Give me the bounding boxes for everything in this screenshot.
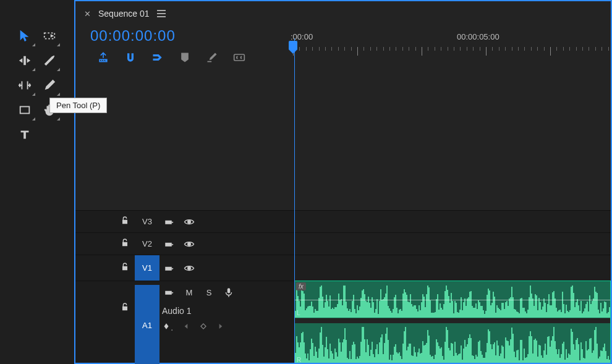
track-header-v1[interactable]: V1 (75, 255, 294, 281)
svg-rect-2 (234, 54, 245, 61)
svg-rect-10 (227, 288, 231, 293)
channel-label-right: R (297, 357, 301, 363)
playhead[interactable] (289, 41, 297, 49)
playhead-line (294, 38, 295, 363)
tool-panel (0, 0, 74, 364)
pen-tool[interactable] (37, 73, 62, 98)
svg-rect-5 (165, 242, 172, 246)
sequence-tab[interactable]: Sequence 01 (98, 9, 150, 19)
svg-point-8 (187, 266, 191, 270)
sync-lock-icon[interactable] (159, 263, 179, 274)
mute-button[interactable]: M (179, 288, 199, 297)
settings-icon[interactable] (205, 51, 219, 64)
tooltip: Pen Tool (P) (49, 98, 107, 113)
source-patch-v3[interactable]: V3 (135, 211, 159, 232)
sync-lock-icon[interactable] (159, 239, 179, 250)
svg-rect-1 (20, 107, 30, 114)
timeline-surface[interactable]: fx L R (294, 75, 611, 363)
timeline-panel: ✕ Sequence 01 00:00:00:00 (74, 0, 612, 364)
selection-tool[interactable] (12, 23, 37, 48)
snap-icon[interactable] (124, 51, 137, 64)
next-keyframe-icon[interactable] (216, 322, 225, 333)
time-ruler[interactable]: :00:00 00:00:05:00 (293, 26, 611, 75)
captions-icon[interactable] (232, 51, 246, 64)
insert-overwrite-icon[interactable] (96, 51, 110, 64)
source-patch-a1[interactable]: A1 (135, 285, 159, 364)
track-name-label[interactable]: Audio 1 (159, 306, 239, 316)
linked-selection-icon[interactable] (151, 51, 164, 64)
panel-tab-bar: ✕ Sequence 01 (75, 1, 611, 26)
close-icon[interactable]: ✕ (84, 9, 91, 19)
sync-lock-icon[interactable] (159, 287, 179, 298)
lock-icon[interactable] (120, 262, 130, 274)
track-select-tool[interactable] (37, 23, 62, 48)
svg-rect-9 (165, 291, 172, 295)
fx-badge[interactable]: fx (296, 282, 306, 290)
add-keyframe-icon[interactable] (199, 322, 208, 333)
ripple-edit-tool[interactable] (12, 48, 37, 73)
audio-clip[interactable]: fx L R (294, 281, 611, 363)
timeline-header: 00:00:00:00 (75, 26, 611, 75)
svg-point-4 (187, 220, 191, 224)
keyframe-mode-icon[interactable]: . (162, 322, 173, 333)
razor-tool[interactable] (37, 48, 62, 73)
marker-icon[interactable] (178, 51, 192, 64)
playhead-timecode[interactable]: 00:00:00:00 (90, 26, 293, 44)
lock-icon[interactable] (120, 302, 130, 315)
tracks-area: V3 V2 V1 A1 M S (75, 75, 611, 363)
panel-menu-icon[interactable] (157, 10, 166, 17)
voice-over-icon[interactable] (219, 287, 239, 298)
track-header-a1[interactable]: A1 M S Audio 1 . (75, 281, 294, 361)
ruler-label: 00:00:05:00 (457, 32, 499, 41)
toggle-output-icon[interactable] (179, 216, 199, 227)
source-patch-v2[interactable]: V2 (135, 233, 159, 255)
source-patch-v1[interactable]: V1 (135, 255, 159, 281)
svg-point-6 (187, 242, 191, 246)
toggle-output-icon[interactable] (179, 239, 199, 250)
lock-icon[interactable] (120, 238, 130, 250)
channel-label-left: L (297, 310, 300, 316)
slip-tool[interactable] (12, 73, 37, 98)
prev-keyframe-icon[interactable] (182, 322, 190, 333)
svg-rect-7 (165, 266, 172, 270)
toggle-output-icon[interactable] (179, 263, 199, 274)
svg-rect-3 (165, 220, 172, 224)
type-tool[interactable] (12, 122, 37, 147)
sync-lock-icon[interactable] (159, 216, 179, 227)
track-header-v3[interactable]: V3 (75, 210, 294, 232)
solo-button[interactable]: S (199, 288, 219, 297)
lock-icon[interactable] (120, 216, 130, 228)
track-header-v2[interactable]: V2 (75, 232, 294, 255)
rectangle-tool[interactable] (12, 98, 37, 122)
